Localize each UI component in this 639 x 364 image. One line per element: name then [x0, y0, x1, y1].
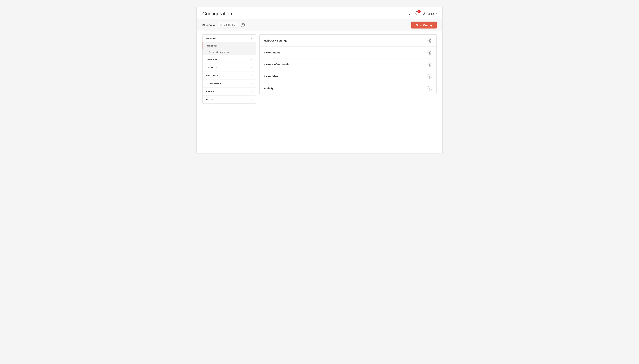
sidebar-section-title-sales: SALES — [206, 90, 214, 93]
sidebar: WEBKUL ∧ Helpdesk Demo Management GENERA… — [202, 34, 256, 104]
save-config-button[interactable]: Save Config — [411, 22, 437, 28]
sidebar-section-customers: CUSTOMERS ∨ — [203, 80, 256, 88]
sidebar-section-title-customers: CUSTOMERS — [206, 82, 221, 85]
config-row-title-activity: Activity — [264, 87, 274, 90]
config-row-title-ticket-status: Ticket Status — [264, 51, 280, 54]
sidebar-section-title-catalog: CATALOG — [206, 66, 218, 69]
config-row-ticket-default-setting[interactable]: Ticket Default Setting — [260, 58, 436, 70]
sidebar-section-header-security[interactable]: SECURITY ∨ — [203, 72, 256, 79]
page-title: Configuration — [202, 11, 232, 16]
admin-label: admin — [428, 12, 434, 15]
webkul-chevron-icon: ∧ — [251, 37, 252, 40]
store-view-dropdown-icon: ▾ — [236, 24, 237, 26]
sidebar-item-demo-management[interactable]: Demo Management — [203, 49, 256, 55]
admin-menu-button[interactable]: admin ▾ — [423, 12, 437, 16]
config-row-title-ticket-default-setting: Ticket Default Setting — [264, 63, 291, 66]
toolbar: Store View: Default Config ▾ ? Save Conf… — [197, 19, 442, 31]
sidebar-item-helpdesk[interactable]: Helpdesk — [203, 42, 256, 49]
store-view-value: Default Config — [220, 24, 235, 26]
content-panel: HelpDesk Settings Ticket Status — [259, 34, 437, 94]
sidebar-section-sales: SALES ∨ — [203, 88, 256, 96]
svg-point-3 — [429, 39, 431, 42]
sidebar-section-title-security: SECURITY — [206, 74, 218, 77]
sidebar-section-catalog: CATALOG ∨ — [203, 64, 256, 72]
help-icon-button[interactable]: ? — [241, 23, 245, 27]
svg-point-4 — [429, 51, 431, 54]
svg-line-1 — [409, 14, 410, 15]
sidebar-item-demo-management-label: Demo Management — [209, 51, 229, 54]
general-chevron-icon: ∨ — [251, 58, 252, 61]
sidebar-section-webkul: WEBKUL ∧ Helpdesk Demo Management — [203, 34, 256, 56]
store-view-label: Store View: — [202, 24, 216, 26]
page-wrapper: Configuration 4 admin — [197, 7, 442, 153]
expand-icon-ticket-default-setting — [428, 62, 432, 67]
notification-badge: 4 — [417, 10, 421, 13]
config-row-helpdesk-settings[interactable]: HelpDesk Settings — [260, 34, 436, 46]
help-icon-label: ? — [242, 24, 244, 26]
config-row-title-ticket-view: Ticket View — [264, 75, 278, 78]
expand-icon-helpdesk-settings — [428, 38, 432, 43]
store-view-group: Store View: Default Config ▾ ? — [202, 23, 245, 28]
expand-icon-ticket-status — [428, 50, 432, 55]
sidebar-section-title-yotpo: YOTPO — [206, 98, 214, 101]
config-row-title-helpdesk-settings: HelpDesk Settings — [264, 39, 287, 42]
svg-point-5 — [429, 63, 431, 66]
svg-point-6 — [429, 75, 431, 77]
search-button[interactable] — [406, 10, 411, 17]
page-header: Configuration 4 admin — [197, 7, 442, 19]
yotpo-chevron-icon: ∨ — [251, 98, 252, 101]
sidebar-section-title-general: GENERAL — [206, 58, 218, 61]
security-chevron-icon: ∨ — [251, 74, 252, 77]
sidebar-section-header-general[interactable]: GENERAL ∨ — [203, 56, 256, 63]
customers-chevron-icon: ∨ — [251, 82, 252, 85]
sidebar-section-header-catalog[interactable]: CATALOG ∨ — [203, 64, 256, 71]
sidebar-items-webkul: Helpdesk Demo Management — [203, 42, 256, 55]
expand-icon-ticket-view — [428, 74, 432, 78]
svg-point-7 — [429, 87, 431, 89]
sidebar-section-header-yotpo[interactable]: YOTPO ∨ — [203, 96, 256, 103]
config-row-ticket-status[interactable]: Ticket Status — [260, 46, 436, 58]
sidebar-item-helpdesk-label: Helpdesk — [207, 44, 217, 47]
svg-point-2 — [424, 12, 425, 13]
sidebar-section-title-webkul: WEBKUL — [206, 37, 216, 40]
sidebar-section-general: GENERAL ∨ — [203, 56, 256, 64]
notification-button[interactable]: 4 — [414, 10, 419, 17]
store-view-select[interactable]: Default Config ▾ — [218, 23, 239, 28]
sidebar-section-yotpo: YOTPO ∨ — [203, 96, 256, 103]
header-actions: 4 admin ▾ — [406, 10, 437, 17]
sidebar-section-header-customers[interactable]: CUSTOMERS ∨ — [203, 80, 256, 87]
config-row-ticket-view[interactable]: Ticket View — [260, 70, 436, 82]
sidebar-section-security: SECURITY ∨ — [203, 72, 256, 80]
main-content: WEBKUL ∧ Helpdesk Demo Management GENERA… — [197, 31, 442, 107]
config-section: HelpDesk Settings Ticket Status — [259, 34, 437, 94]
sidebar-section-header-sales[interactable]: SALES ∨ — [203, 88, 256, 95]
sales-chevron-icon: ∨ — [251, 90, 252, 93]
config-row-activity[interactable]: Activity — [260, 82, 436, 94]
expand-icon-activity — [428, 86, 432, 90]
sidebar-section-header-webkul[interactable]: WEBKUL ∧ — [203, 34, 256, 42]
admin-dropdown-icon: ▾ — [436, 12, 437, 15]
catalog-chevron-icon: ∨ — [251, 66, 252, 69]
search-icon — [406, 11, 410, 15]
user-icon — [423, 12, 427, 16]
